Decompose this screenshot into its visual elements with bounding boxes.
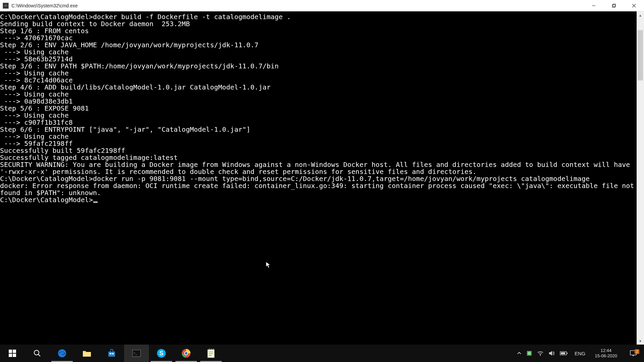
window-title: C:\Windows\System32\cmd.exe — [11, 3, 78, 8]
vertical-scrollbar[interactable]: ▲ ▼ — [637, 11, 644, 345]
folder-icon — [82, 349, 92, 358]
maximize-icon — [612, 4, 616, 8]
terminal-line: ---> Using cache — [0, 49, 637, 56]
svg-point-22 — [185, 352, 187, 355]
svg-text:S: S — [159, 350, 163, 357]
volume-icon — [548, 350, 555, 356]
cmd-icon: >_ — [132, 350, 141, 357]
terminal-line: Step 2/6 : ENV JAVA_HOME /home/jovyan/wo… — [0, 42, 637, 49]
language-indicator[interactable]: ENG — [573, 351, 588, 356]
taskbar-app-edge[interactable] — [50, 345, 74, 362]
svg-text:>_: >_ — [133, 351, 138, 355]
terminal-line: C:\Docker\CatalogModel>docker build -f D… — [0, 13, 637, 20]
tray-show-hidden-icon[interactable] — [517, 351, 522, 356]
svg-rect-5 — [9, 350, 12, 353]
terminal-line: SECURITY WARNING: You are building a Doc… — [0, 161, 637, 175]
terminal-line: ---> Using cache — [0, 133, 637, 140]
terminal-line: Successfully built 59fafc2198ff — [0, 147, 637, 154]
taskbar-app-chrome[interactable] — [174, 345, 199, 362]
svg-point-31 — [540, 355, 541, 356]
svg-rect-33 — [567, 353, 568, 354]
terminal-line: Step 5/6 : EXPOSE 9081 — [0, 105, 637, 112]
terminal-line: Step 1/6 : FROM centos — [0, 27, 637, 35]
terminal-line: ---> 470671670cac — [0, 35, 637, 42]
tray-volume-icon[interactable] — [548, 350, 555, 356]
tray-wifi-icon[interactable] — [537, 351, 544, 356]
action-center-button[interactable]: 2 — [625, 350, 642, 357]
maximize-button[interactable] — [604, 0, 624, 11]
terminal-line: ---> Using cache — [0, 112, 637, 119]
start-button[interactable] — [0, 345, 25, 362]
terminal-line: Step 3/6 : ENV PATH $PATH:/home/jovyan/w… — [0, 63, 637, 70]
svg-point-24 — [209, 349, 210, 350]
cmd-app-icon: C:\ — [3, 3, 9, 9]
terminal-line: ---> 59fafc2198ff — [0, 140, 637, 147]
tray-sync-icon[interactable] — [526, 350, 532, 356]
terminal-cursor — [93, 201, 98, 203]
terminal-line: ---> Using cache — [0, 91, 637, 98]
terminal-line: C:\Docker\CatalogModel>docker run -p 908… — [0, 175, 637, 182]
terminal-line: Step 6/6 : ENTRYPOINT ["java", "-jar", "… — [0, 126, 637, 133]
wifi-icon — [537, 351, 544, 356]
svg-rect-12 — [83, 352, 91, 357]
tray-battery-icon[interactable] — [560, 351, 568, 356]
chrome-icon — [181, 349, 191, 358]
svg-point-26 — [213, 349, 214, 350]
taskbar: >_ S — [0, 345, 644, 362]
svg-rect-13 — [108, 352, 115, 357]
edge-icon — [57, 349, 67, 358]
terminal-prompt: C:\Docker\CatalogModel> — [0, 196, 637, 203]
clock-time: 12:44 — [595, 348, 618, 353]
minimize-icon — [592, 4, 596, 8]
terminal-line: Successfully tagged catalogmodelimage:la… — [0, 154, 637, 161]
svg-rect-14 — [110, 353, 111, 354]
terminal-line: Step 4/6 : ADD build/libs/CatalogModel-1… — [0, 84, 637, 91]
terminal-line: ---> 58e63b25714d — [0, 56, 637, 63]
terminal-line: ---> 0a98d38e3db1 — [0, 98, 637, 105]
windows-logo-icon — [9, 350, 16, 357]
svg-rect-2 — [613, 4, 616, 7]
svg-rect-8 — [13, 354, 16, 357]
svg-rect-6 — [13, 350, 16, 353]
terminal-output[interactable]: C:\Docker\CatalogModel>docker build -f D… — [0, 11, 637, 345]
chevron-up-icon — [517, 351, 522, 356]
scroll-thumb[interactable] — [638, 30, 643, 80]
terminal-line: ---> 8c7c14d06ace — [0, 77, 637, 84]
scroll-up-button[interactable]: ▲ — [637, 11, 644, 19]
search-button[interactable] — [25, 345, 50, 362]
taskbar-app-store[interactable] — [99, 345, 124, 362]
scroll-track[interactable] — [637, 19, 644, 337]
clock-date: 15-06-2020 — [595, 353, 618, 359]
terminal-line: ---> Using cache — [0, 70, 637, 77]
taskbar-app-notepad[interactable] — [199, 345, 223, 362]
sync-icon — [526, 350, 532, 356]
clock[interactable]: 12:44 15-06-2020 — [592, 348, 620, 358]
svg-point-25 — [211, 349, 212, 350]
notepad-icon — [207, 349, 215, 358]
svg-point-9 — [34, 350, 39, 355]
battery-icon — [560, 351, 568, 356]
scroll-down-button[interactable]: ▼ — [637, 337, 644, 345]
minimize-button[interactable] — [584, 0, 604, 11]
close-icon — [632, 4, 636, 8]
svg-line-10 — [38, 354, 40, 356]
terminal-line: ---> c907f1b31fc8 — [0, 119, 637, 126]
svg-rect-7 — [9, 354, 12, 357]
svg-rect-15 — [112, 353, 114, 354]
store-icon — [107, 349, 116, 358]
taskbar-app-skype[interactable]: S — [149, 345, 174, 362]
terminal-line: docker: Error response from daemon: OCI … — [0, 182, 637, 196]
close-button[interactable] — [624, 0, 644, 11]
title-bar: C:\ C:\Windows\System32\cmd.exe — [0, 0, 644, 11]
svg-rect-34 — [561, 352, 565, 354]
notification-badge: 2 — [635, 349, 639, 354]
svg-rect-1 — [612, 5, 615, 7]
taskbar-app-cmd[interactable]: >_ — [124, 345, 149, 362]
terminal-line: Sending build context to Docker daemon 2… — [0, 20, 637, 27]
skype-icon: S — [157, 349, 166, 358]
taskbar-app-file-explorer[interactable] — [74, 345, 99, 362]
system-tray: ENG 12:44 15-06-2020 2 — [515, 345, 644, 362]
search-icon — [34, 350, 41, 357]
svg-rect-30 — [527, 351, 532, 356]
